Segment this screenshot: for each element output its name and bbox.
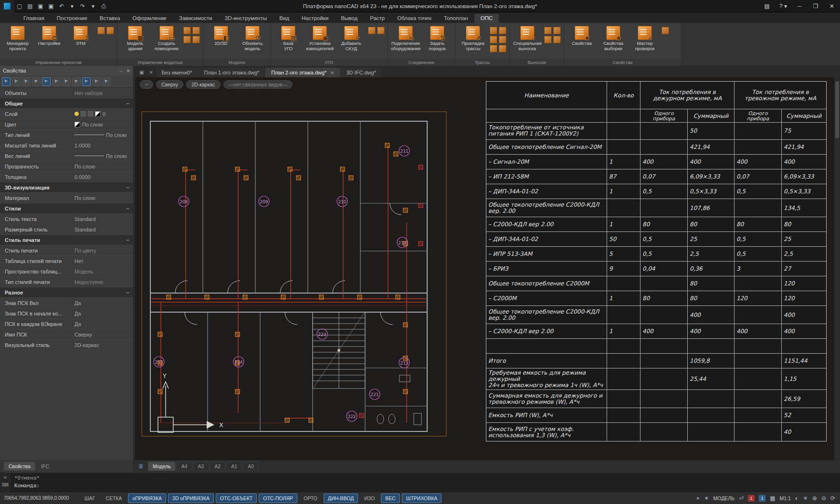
property-row[interactable]: Размерный стильStandard bbox=[0, 224, 133, 235]
panel-close-icon[interactable]: ✕ bbox=[126, 68, 130, 74]
property-value[interactable]: Standard bbox=[71, 216, 133, 222]
property-value[interactable]: 0 bbox=[71, 111, 133, 117]
keyboard-icon[interactable]: ⌨ bbox=[2, 482, 9, 487]
ribbon-tab-3D-инструменты[interactable]: 3D-инструменты bbox=[219, 14, 273, 23]
settings-button[interactable]: ⚙Настройки bbox=[34, 25, 64, 59]
layer-on-icon[interactable] bbox=[74, 112, 79, 116]
property-value[interactable]: 1.0000 bbox=[71, 143, 133, 148]
special-callout-button[interactable]: ⌐Специальная выноска bbox=[513, 25, 542, 59]
ribbon-tab-Вид[interactable]: Вид bbox=[273, 14, 295, 23]
property-row[interactable]: ЦветПо слою bbox=[0, 119, 133, 130]
properties-button[interactable]: ★Свойства bbox=[567, 25, 597, 59]
property-value[interactable]: Модель bbox=[71, 269, 133, 274]
highlight-toggle-icon[interactable] bbox=[82, 77, 91, 86]
property-row[interactable]: Имя ПСКСверху bbox=[0, 329, 133, 340]
ribbon-small-icon[interactable] bbox=[499, 27, 506, 34]
contrast-icon[interactable]: ◐ bbox=[795, 495, 798, 502]
property-row[interactable]: Толщина0.0000 bbox=[0, 172, 133, 182]
sheet-list-icon[interactable]: ≣ bbox=[138, 463, 143, 470]
view-control-0[interactable]: − bbox=[140, 80, 153, 89]
ribbon-small-icon[interactable] bbox=[192, 27, 200, 34]
property-value[interactable]: По цвету bbox=[71, 248, 133, 253]
collapse-icon[interactable]: − bbox=[126, 205, 129, 212]
swap-selection-icon[interactable] bbox=[42, 77, 51, 86]
panel-tab-IFC[interactable]: IFC bbox=[36, 462, 54, 471]
view-control-3[interactable]: —нет связанных видов— bbox=[223, 80, 293, 89]
ribbon-small-icon[interactable] bbox=[553, 36, 561, 43]
view-control-1[interactable]: Сверху bbox=[156, 80, 183, 89]
cursor-icon[interactable]: ⌖ bbox=[696, 495, 700, 502]
property-value[interactable]: По слою bbox=[71, 132, 133, 138]
layout-tab-A4[interactable]: A4 bbox=[177, 462, 192, 471]
ribbon-tab-Построение[interactable]: Построение bbox=[51, 14, 94, 23]
ribbon-small-icon[interactable] bbox=[499, 36, 506, 43]
ribbon-small-icon[interactable] bbox=[97, 27, 105, 34]
toggle-ОТС-ПОЛЯР[interactable]: ОТС-ПОЛЯР bbox=[259, 494, 297, 503]
property-row[interactable]: ОбъектыНет набора bbox=[0, 88, 133, 98]
ribbon-tab-Зависимости[interactable]: Зависимости bbox=[173, 14, 219, 23]
property-row[interactable]: Тип стилей печатиНедоступно bbox=[0, 277, 133, 287]
close-icon[interactable]: ✕ bbox=[824, 0, 840, 12]
layer-lock-icon[interactable] bbox=[88, 111, 93, 116]
set-order-button[interactable]: ⇅Задать порядок bbox=[422, 25, 452, 59]
layer-count-badge[interactable]: 1 bbox=[759, 495, 766, 502]
minimize-icon[interactable]: ─ bbox=[791, 0, 808, 12]
property-value[interactable]: По слою bbox=[71, 122, 133, 127]
property-row[interactable]: Знак ПСК в начале ко...Да bbox=[0, 308, 133, 319]
property-row[interactable]: ПСК в каждом ВЭкранеДа bbox=[0, 319, 133, 329]
ribbon-tab-Облака точек[interactable]: Облака точек bbox=[391, 14, 438, 23]
save-all-icon[interactable]: ▣ bbox=[46, 2, 56, 10]
select-cursor-icon[interactable] bbox=[12, 77, 21, 86]
scrollbar-thumb[interactable] bbox=[835, 81, 839, 138]
ribbon-tab-Растр[interactable]: Растр bbox=[364, 14, 391, 23]
view-control-2[interactable]: 2D-каркас bbox=[186, 80, 220, 89]
document-tab[interactable]: 3D IFC.dwg* bbox=[341, 68, 382, 77]
property-row[interactable]: МатериалПо слою bbox=[0, 193, 133, 203]
property-section[interactable]: Общие− bbox=[0, 98, 133, 109]
ribbon-small-icon[interactable] bbox=[192, 36, 200, 43]
property-row[interactable]: Тип линийПо слою bbox=[0, 130, 133, 140]
ribbon-tab-Топоплан[interactable]: Топоплан bbox=[438, 14, 474, 23]
ribbon-tab-Вывод[interactable]: Вывод bbox=[335, 14, 364, 23]
collapse-icon[interactable]: − bbox=[126, 289, 129, 296]
property-value[interactable]: 2D-каркас bbox=[71, 342, 133, 348]
layout-tab-A2[interactable]: A2 bbox=[210, 462, 225, 471]
redo-menu-icon[interactable]: ▾ bbox=[88, 2, 98, 10]
bulb-icon[interactable]: ☀ bbox=[704, 495, 709, 502]
update-model-button[interactable]: ⟳Обновить модель bbox=[238, 25, 267, 59]
undo-icon[interactable]: ↶ bbox=[57, 2, 66, 10]
ribbon-tab-Вставка[interactable]: Вставка bbox=[94, 14, 126, 23]
ribbon-tab-ОПС[interactable]: ОПС bbox=[474, 14, 499, 23]
ribbon-small-icon[interactable] bbox=[368, 27, 376, 34]
property-row[interactable]: Визуальный стиль2D-каркас bbox=[0, 340, 133, 350]
selection-properties-button[interactable]: ★Свойства выборки bbox=[598, 25, 628, 59]
redo-icon[interactable]: ↷ bbox=[78, 2, 87, 10]
layout-tab-Модель[interactable]: Модель bbox=[148, 462, 176, 471]
panel-tab-Свойства[interactable]: Свойства bbox=[4, 462, 35, 471]
property-row[interactable]: Знак ПСК ВклДа bbox=[0, 298, 133, 308]
property-value[interactable]: Standard bbox=[71, 227, 133, 232]
new-file-icon[interactable]: ▢ bbox=[15, 2, 24, 10]
property-value[interactable]: 0.0000 bbox=[71, 174, 133, 180]
sun-icon[interactable]: ☀ bbox=[803, 495, 808, 502]
quick-select-icon[interactable] bbox=[62, 77, 71, 86]
project-manager-button[interactable]: Менеджер проекта bbox=[3, 25, 32, 59]
collapse-icon[interactable]: − bbox=[126, 237, 129, 243]
select-crossing-icon[interactable] bbox=[32, 77, 41, 86]
document-tab[interactable]: План 2-ого этажа.dwg*✕ bbox=[265, 68, 340, 77]
ribbon-tab-Оформление[interactable]: Оформление bbox=[126, 14, 173, 23]
color-swatch[interactable] bbox=[74, 122, 80, 127]
panel-dock-icon[interactable]: ⇔ bbox=[119, 68, 124, 74]
ribbon-small-icon[interactable] bbox=[662, 27, 669, 34]
property-section[interactable]: 3D-визуализация− bbox=[0, 182, 133, 193]
property-row[interactable]: Масштаб типа линий1.0000 bbox=[0, 140, 133, 151]
property-row[interactable]: Вес линийПо слою bbox=[0, 151, 133, 161]
ribbon-small-icon[interactable] bbox=[490, 27, 497, 34]
grid-icon[interactable]: ▦ bbox=[770, 495, 775, 502]
layout-tab-A1[interactable]: A1 bbox=[226, 462, 242, 471]
ribbon-small-icon[interactable] bbox=[499, 45, 506, 52]
save-icon[interactable]: ▣ bbox=[36, 2, 45, 10]
etm-button[interactable]: ΣЭТМ bbox=[66, 25, 95, 59]
collapse-icon[interactable]: − bbox=[126, 184, 129, 191]
clear-selection-icon[interactable] bbox=[92, 77, 101, 86]
